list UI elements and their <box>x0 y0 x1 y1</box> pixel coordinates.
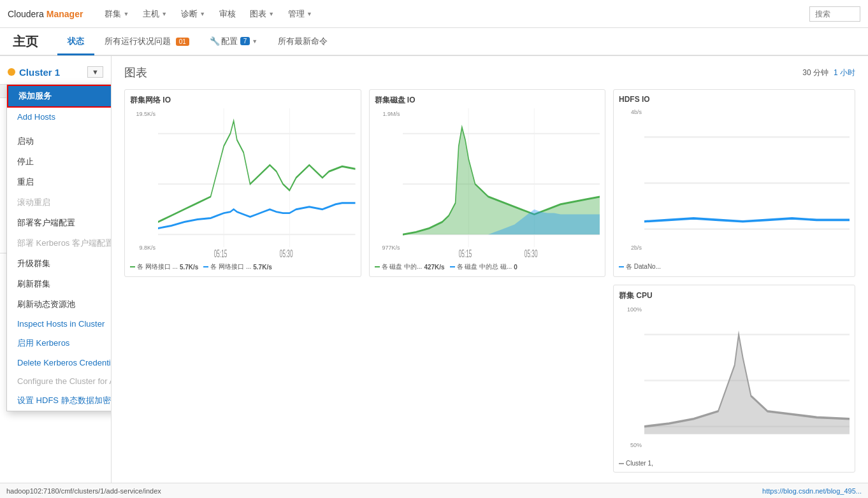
dropdown-upgrade[interactable]: 升级群集 <box>7 253 112 274</box>
dropdown-add-hosts[interactable]: Add Hosts <box>7 108 112 126</box>
left-panel: Cluster 1 ▼ CDH 6.2.1 (Parcel) ✓ ≡ 3 主机 … <box>0 56 112 483</box>
legend-net-out: 各 网络接口 ... 5.7K/s <box>203 262 271 271</box>
hdfs-io-area: 4b/s 2b/s <box>619 106 850 260</box>
legend-net-in: 各 网络接口 ... 5.7K/s <box>130 262 198 271</box>
dropdown-inspect-hosts[interactable]: Inspect Hosts in Cluster <box>7 315 112 333</box>
caret-icon: ▼ <box>161 11 167 17</box>
nav-clusters[interactable]: 群集 ▼ <box>98 4 135 24</box>
config-badge: 7 <box>240 37 250 45</box>
time-1hr[interactable]: 1 小时 <box>834 68 855 78</box>
caret-icon: ▼ <box>252 38 257 45</box>
legend-disk-write: 各 磁盘 中的... 427K/s <box>375 262 445 271</box>
dropdown-separator <box>7 126 112 131</box>
time-30min[interactable]: 30 分钟 <box>802 68 828 78</box>
charts-grid: 群集网络 IO 19.5K/s 9.8K/s <box>124 89 855 473</box>
nav-diagnostics[interactable]: 诊断 ▼ <box>175 4 212 24</box>
status-bar: hadoop102:7180/cmf/clusters/1/add-servic… <box>0 483 868 498</box>
disk-y-tick-high: 1.9M/s <box>375 111 400 117</box>
dropdown-auto-tls: Configure the Cluster for Auto-TLS <box>7 372 112 390</box>
nav-admin[interactable]: 管理 ▼ <box>282 4 319 24</box>
top-nav: Cloudera Manager 群集 ▼ 主机 ▼ 诊断 ▼ 审核 图表 ▼ … <box>0 0 868 28</box>
legend-hdfs: 各 DataNo... <box>619 262 661 271</box>
dropdown-start[interactable]: 启动 <box>7 131 112 152</box>
cpu-title: 群集 CPU <box>619 290 850 301</box>
charts-header: 图表 30 分钟 1 小时 <box>124 65 855 80</box>
svg-text:05:15: 05:15 <box>458 248 472 260</box>
legend-dot-blue <box>450 266 455 267</box>
svg-text:05:15: 05:15 <box>214 248 228 260</box>
chart-hdfs-io: HDFS IO 4b/s 2b/s <box>613 89 855 277</box>
legend-dot-green <box>375 266 380 267</box>
cpu-svg <box>644 304 850 457</box>
chart-disk-io: 群集磁盘 IO 1.9M/s 977K/s <box>369 89 606 277</box>
chart-cpu: 群集 CPU 100% 50% <box>613 285 855 473</box>
hdfs-y-tick-low: 2b/s <box>619 245 642 251</box>
nav-hosts[interactable]: 主机 ▼ <box>136 4 173 24</box>
disk-io-legend: 各 磁盘 中的... 427K/s 各 磁盘 中的总 磁... 0 <box>375 262 600 271</box>
legend-cpu: Cluster 1, <box>619 460 653 467</box>
tab-config[interactable]: 🔧 配置 7 ▼ <box>199 29 268 55</box>
cluster-title[interactable]: Cluster 1 <box>8 67 60 78</box>
hdfs-io-svg <box>644 106 850 260</box>
svg-marker-22 <box>644 334 850 434</box>
network-io-area: 19.5K/s 9.8K/s <box>130 108 356 260</box>
hdfs-io-legend: 各 DataNo... <box>619 262 850 271</box>
disk-io-area: 1.9M/s 977K/s <box>375 108 600 260</box>
legend-dot-green <box>130 266 135 267</box>
home-label: 主页 <box>13 33 38 50</box>
dropdown-stop[interactable]: 停止 <box>7 152 112 172</box>
blog-link[interactable]: https://blog.csdn.net/blog_495... <box>762 487 862 495</box>
secondary-nav: 主页 状态 所有运行状况问题 01 🔧 配置 7 ▼ 所有最新命令 <box>0 28 868 56</box>
dropdown-refresh-pools[interactable]: 刷新动态资源池 <box>7 294 112 315</box>
brand-cloudera: Cloudera <box>8 9 44 19</box>
dropdown-deploy-kerberos-client: 部署 Kerberos 客户端配置 <box>7 233 112 253</box>
hdfs-io-title: HDFS IO <box>619 95 850 104</box>
cpu-legend: Cluster 1, <box>619 460 850 467</box>
dropdown-delete-kerberos[interactable]: Delete Kerberos Credentials <box>7 353 112 372</box>
dropdown-add-service[interactable]: 添加服务 <box>7 85 112 108</box>
cluster-status-dot <box>8 68 15 76</box>
tab-health-issues[interactable]: 所有运行状况问题 01 <box>94 29 199 55</box>
time-options: 30 分钟 1 小时 <box>802 68 855 78</box>
nav-charts[interactable]: 图表 ▼ <box>243 4 280 24</box>
dropdown-deploy-client[interactable]: 部署客户端配置 <box>7 213 112 233</box>
cpu-area: 100% 50% <box>619 304 850 457</box>
chart-network-io: 群集网络 IO 19.5K/s 9.8K/s <box>124 89 361 277</box>
health-issues-badge: 01 <box>176 38 189 46</box>
network-y-tick-high: 19.5K/s <box>130 111 156 117</box>
network-io-legend: 各 网络接口 ... 5.7K/s 各 网络接口 ... 5.7K/s <box>130 262 356 271</box>
network-io-title: 群集网络 IO <box>130 95 356 106</box>
dropdown-enable-kerberos[interactable]: 启用 Kerberos <box>7 333 112 353</box>
disk-io-svg: 05:15 05:30 <box>403 108 600 260</box>
nav-audit[interactable]: 审核 <box>213 4 242 24</box>
tab-status[interactable]: 状态 <box>57 29 94 55</box>
network-y-tick-low: 9.8K/s <box>130 245 156 251</box>
brand-manager: Manager <box>47 9 83 19</box>
dropdown-hdfs-encryption[interactable]: 设置 HDFS 静态数据加密 <box>7 390 112 411</box>
nav-items: 群集 ▼ 主机 ▼ 诊断 ▼ 审核 图表 ▼ 管理 ▼ <box>98 4 809 24</box>
caret-icon: ▼ <box>307 11 312 17</box>
dropdown-menu: 添加服务 Add Hosts 启动 停止 重启 滚动重启 部署客户端配置 部署 <box>6 84 112 411</box>
svg-text:05:30: 05:30 <box>524 248 537 260</box>
dropdown-rolling-restart: 滚动重启 <box>7 192 112 213</box>
brand: Cloudera Manager <box>8 9 83 19</box>
search-input[interactable] <box>809 6 860 22</box>
right-panel: 图表 30 分钟 1 小时 群集网络 IO 19.5K/s 9.8K/s <box>112 56 868 483</box>
wrench-icon: 🔧 <box>210 36 220 46</box>
caret-icon: ▼ <box>199 11 205 17</box>
legend-dot-blue <box>203 266 208 267</box>
caret-icon: ▼ <box>268 11 274 17</box>
legend-dot-blue <box>619 266 624 267</box>
dropdown-restart[interactable]: 重启 <box>7 172 112 192</box>
network-io-svg: 05:15 05:30 <box>158 108 356 260</box>
cpu-y-tick-high: 100% <box>619 306 642 313</box>
status-url: hadoop102:7180/cmf/clusters/1/add-servic… <box>6 487 161 495</box>
cluster-dropdown-button[interactable]: ▼ <box>87 66 103 78</box>
hdfs-y-tick-high: 4b/s <box>619 109 642 115</box>
main-layout: Cluster 1 ▼ CDH 6.2.1 (Parcel) ✓ ≡ 3 主机 … <box>0 56 868 483</box>
disk-io-title: 群集磁盘 IO <box>375 95 600 106</box>
legend-dot-gray <box>619 463 624 464</box>
tab-recent-commands[interactable]: 所有最新命令 <box>268 29 338 55</box>
dropdown-refresh-cluster[interactable]: 刷新群集 <box>7 274 112 294</box>
cluster-header: Cluster 1 ▼ <box>0 62 111 84</box>
